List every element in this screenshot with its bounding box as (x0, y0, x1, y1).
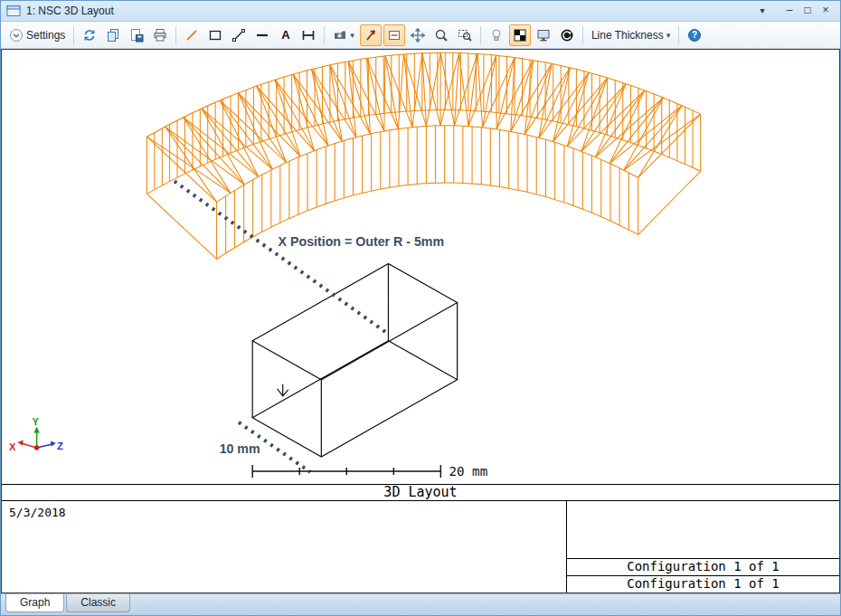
window-dropdown-button[interactable]: ▾ (753, 3, 771, 19)
axis-x-label: X (9, 441, 16, 452)
x-position-label: X Position = Outer R - 5mm (279, 235, 444, 250)
toolbar-separator (582, 26, 583, 44)
zoom-window-button[interactable] (454, 24, 476, 46)
rectangle-icon (208, 28, 222, 43)
settings-button[interactable]: Settings (5, 24, 69, 46)
monitor-icon (536, 28, 551, 43)
minimize-button[interactable]: – (780, 3, 798, 19)
titlebar: 1: NSC 3D Layout ▾ – □ × (1, 1, 840, 22)
maximize-button[interactable]: □ (798, 3, 817, 19)
scale-bar (252, 465, 440, 478)
caret-down-icon: ▾ (666, 31, 671, 40)
tabstrip: Graph Classic (1, 593, 840, 615)
pan-button[interactable] (407, 24, 429, 46)
zoom-mode-icon (387, 28, 402, 43)
caret-down-icon: ▾ (350, 31, 354, 40)
scale-label: 20 mm (449, 464, 487, 479)
ray-marker (278, 384, 288, 396)
save-icon (129, 28, 144, 43)
rotate-mode-icon (364, 28, 378, 43)
refresh-icon (82, 28, 97, 43)
zoom-window-icon (458, 28, 472, 43)
toolbar-separator (324, 26, 325, 44)
text-tool-button[interactable]: A (275, 24, 296, 46)
toolbar-separator (480, 26, 481, 44)
dim-10mm-label: 10 mm (220, 441, 260, 456)
checkerboard-icon (513, 28, 527, 43)
view-orientation-button[interactable]: ▾ (329, 24, 358, 46)
save-button[interactable] (126, 24, 147, 46)
checkerboard-button[interactable] (509, 24, 531, 46)
pan-icon (411, 28, 425, 43)
configuration-spacer (567, 501, 839, 558)
toroidal-lens-wireframe (146, 52, 700, 259)
line-thickness-label: Line Thickness (591, 29, 664, 42)
zoom-mode-button[interactable] (383, 24, 405, 46)
plot-title: 3D Layout (2, 484, 839, 501)
line-thickness-button[interactable]: Line Thickness ▾ (588, 24, 674, 46)
print-icon (153, 28, 167, 43)
refresh-button[interactable] (79, 24, 100, 46)
plot-date: 5/3/2018 (2, 501, 566, 592)
copy-button[interactable] (102, 24, 124, 46)
toolbar-separator (678, 26, 679, 44)
window-icon (6, 5, 21, 17)
toolbar-separator (73, 26, 74, 44)
line-icon (232, 28, 246, 43)
lightbulb-button[interactable] (486, 24, 507, 46)
animate-button[interactable] (556, 24, 578, 46)
help-button[interactable]: ? (684, 24, 705, 46)
dimension-tool-button[interactable] (298, 24, 319, 46)
svg-text:?: ? (692, 30, 697, 40)
animate-icon (560, 28, 574, 43)
close-button[interactable]: × (817, 3, 835, 19)
configuration-panel: Configuration 1 of 1 Configuration 1 of … (566, 501, 839, 592)
axis-triad: X Y Z (9, 416, 63, 452)
axis-y-label: Y (33, 416, 40, 427)
magnifier-icon (434, 28, 449, 43)
window-title: 1: NSC 3D Layout (26, 5, 114, 17)
rectangle-tool-button[interactable] (204, 24, 226, 46)
dim-line-x-position (175, 181, 388, 333)
zoom-in-button[interactable] (430, 24, 452, 46)
pencil-icon (184, 28, 199, 43)
tab-classic[interactable]: Classic (66, 594, 130, 612)
dimension-icon (301, 28, 316, 43)
toolbar-separator (175, 26, 176, 44)
line-tool-button[interactable] (228, 24, 250, 46)
axis-z-label: Z (57, 441, 63, 451)
plot-area: X Position = Outer R - 5mm 10 mm 20 mm (1, 49, 840, 593)
help-icon: ? (687, 28, 702, 43)
horizontal-line-icon (255, 28, 269, 43)
nsc-3d-layout-window: 1: NSC 3D Layout ▾ – □ × Settings A (0, 0, 841, 616)
configuration-line: Configuration 1 of 1 (567, 575, 839, 592)
print-button[interactable] (149, 24, 171, 46)
text-tool-icon: A (281, 28, 289, 42)
pencil-tool-button[interactable] (181, 24, 203, 46)
horizontal-line-tool-button[interactable] (251, 24, 273, 46)
plot-footer: 5/3/2018 Configuration 1 of 1 Configurat… (2, 501, 839, 592)
monitor-button[interactable] (533, 24, 554, 46)
layout-canvas[interactable]: X Position = Outer R - 5mm 10 mm 20 mm (2, 50, 839, 484)
rotate-mode-button[interactable] (360, 24, 382, 46)
detector-box-wireframe (252, 263, 457, 456)
toolbar: Settings A ▾ Line Thickness ▾ (1, 22, 840, 49)
camera-icon (333, 28, 347, 43)
configuration-line: Configuration 1 of 1 (567, 558, 839, 575)
settings-chevron-icon (9, 28, 24, 43)
settings-label: Settings (26, 29, 65, 42)
lightbulb-icon (489, 28, 504, 43)
copy-icon (106, 28, 120, 43)
tab-graph[interactable]: Graph (5, 594, 64, 612)
